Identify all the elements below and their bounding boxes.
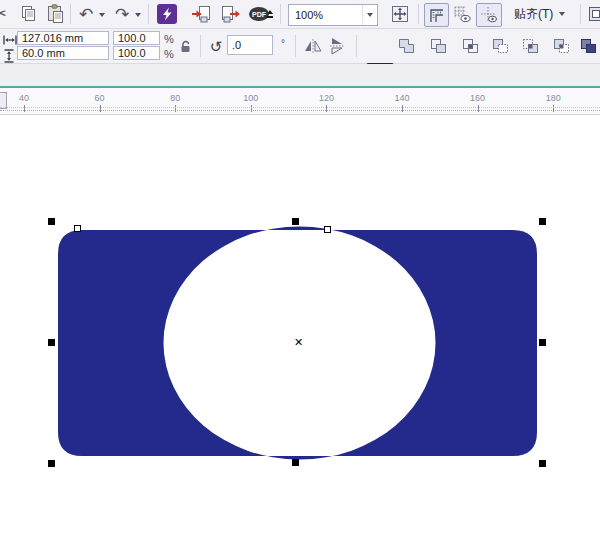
snap-to-label: 贴齐(T) — [514, 6, 553, 23]
ruler-major-tick — [402, 105, 403, 112]
selection-handle-middle-left[interactable] — [48, 339, 55, 346]
selection-handle-top-right[interactable] — [539, 218, 546, 225]
ruler-label: 120 — [319, 93, 334, 103]
toolbar-separator — [70, 4, 71, 24]
property-bar: 127.016 mm 60.0 mm 100.0 100.0 % % — [0, 29, 600, 64]
selection-center-marker[interactable]: ✕ — [294, 337, 303, 348]
app-launcher-icon[interactable] — [156, 4, 178, 24]
object-width-field[interactable]: 127.016 mm — [17, 31, 109, 45]
paste-icon[interactable] — [43, 3, 67, 25]
ruler-major-tick — [100, 105, 101, 112]
ruler-label: 100 — [243, 93, 258, 103]
back-minus-front-icon[interactable] — [551, 36, 573, 56]
overflow-icon[interactable] — [587, 4, 600, 24]
ruler-origin — [0, 92, 7, 109]
propbar-separator — [200, 35, 201, 57]
selection-handle-top-left[interactable] — [48, 218, 55, 225]
selection-handle-bottom-left[interactable] — [48, 460, 55, 467]
horizontal-ruler[interactable]: 406080100120140160180 — [0, 88, 600, 115]
percent-h-label: % — [164, 33, 174, 45]
show-grid-icon[interactable] — [451, 3, 473, 25]
ruler-major-tick — [326, 105, 327, 112]
create-boundary-icon[interactable] — [578, 36, 600, 56]
scale-v-field[interactable]: 100.0 — [113, 46, 160, 60]
trimmed-shape[interactable] — [0, 115, 600, 540]
propbar-separator — [295, 35, 296, 57]
percent-v-label: % — [164, 48, 174, 60]
selection-handle-top-center[interactable] — [292, 218, 299, 225]
rotation-field[interactable]: .0 — [227, 35, 273, 55]
ruler-major-tick — [175, 105, 176, 112]
weld-icon[interactable] — [396, 36, 418, 56]
mirror-vertical-icon[interactable] — [327, 37, 347, 55]
show-rulers-icon[interactable] — [424, 3, 449, 27]
import-icon[interactable] — [189, 4, 213, 24]
export-icon[interactable] — [218, 4, 242, 24]
ruler-label: 180 — [546, 93, 561, 103]
toolbar-separator — [148, 4, 149, 24]
rotate-icon: ↺ — [207, 37, 225, 55]
curve-node[interactable] — [324, 226, 331, 233]
intersect-icon[interactable] — [460, 36, 482, 56]
zoom-combo-arrow[interactable] — [362, 5, 377, 25]
ruler-label: 80 — [170, 93, 180, 103]
zoom-levels-combo[interactable]: 100% — [288, 4, 378, 26]
snap-options-icon[interactable] — [476, 3, 502, 27]
ruler-label: 40 — [19, 93, 29, 103]
curve-node[interactable] — [74, 225, 81, 232]
object-height-icon — [3, 48, 15, 63]
ruler-label: 60 — [95, 93, 105, 103]
undo-expand-icon[interactable] — [97, 11, 107, 19]
ruler-label: 160 — [470, 93, 485, 103]
object-width-icon — [2, 34, 17, 45]
cut-icon[interactable]: ✂ — [0, 5, 8, 23]
undo-icon[interactable]: ↶ — [76, 4, 96, 24]
trim-icon[interactable] — [428, 36, 450, 56]
scale-h-field[interactable]: 100.0 — [113, 31, 160, 45]
lock-ratio-icon[interactable] — [178, 39, 194, 54]
ruler-label: 140 — [394, 93, 409, 103]
toolbar-separator — [418, 4, 419, 24]
propbar-separator — [356, 35, 357, 57]
ruler-major-tick — [24, 105, 25, 112]
degree-label: ° — [281, 38, 285, 49]
standard-toolbar: ✂ ↶ ↷ — [0, 0, 600, 29]
object-height-field[interactable]: 60.0 mm — [17, 46, 109, 60]
toolbar-gap — [0, 64, 600, 86]
front-minus-back-icon[interactable] — [520, 36, 542, 56]
selection-handle-middle-right[interactable] — [539, 339, 546, 346]
selection-handle-bottom-center[interactable] — [292, 459, 299, 466]
mirror-horizontal-icon[interactable] — [303, 37, 323, 55]
redo-expand-icon[interactable] — [133, 11, 143, 19]
ruler-major-tick — [251, 105, 252, 112]
ruler-major-tick — [553, 105, 554, 112]
fit-page-icon[interactable] — [388, 3, 412, 25]
simplify-icon[interactable] — [490, 36, 512, 56]
toolbar-separator — [580, 4, 581, 24]
coreldraw-window: ✂ ↶ ↷ — [0, 0, 600, 540]
drawing-canvas[interactable]: ✕ — [0, 115, 600, 540]
ruler-major-tick — [478, 105, 479, 112]
selection-handle-bottom-right[interactable] — [539, 460, 546, 467]
snap-to-dropdown[interactable]: 贴齐(T) — [514, 4, 565, 24]
toolbar-separator — [280, 4, 281, 24]
copy-icon[interactable] — [16, 4, 40, 24]
redo-icon[interactable]: ↷ — [112, 4, 132, 24]
publish-pdf-icon[interactable]: PDF — [247, 4, 275, 24]
zoom-level-value: 100% — [289, 9, 362, 21]
svg-text:PDF: PDF — [252, 11, 267, 18]
